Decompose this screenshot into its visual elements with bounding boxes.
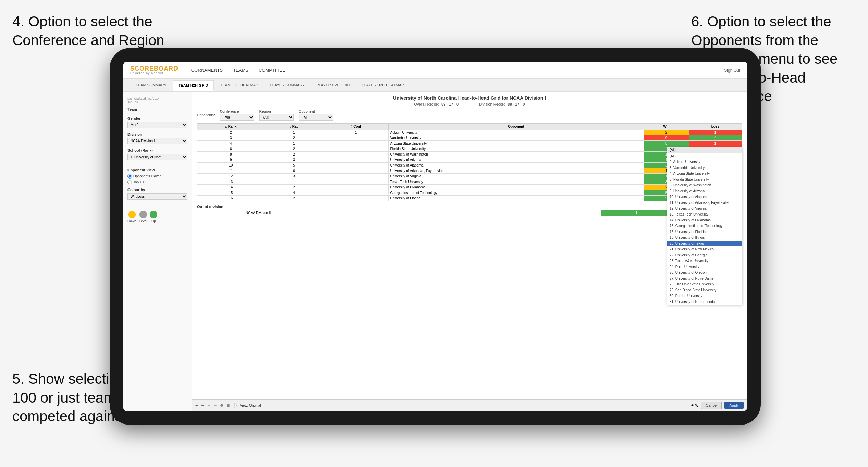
dropdown-item[interactable]: 2. Auburn University (667, 159, 742, 165)
tab-player-h2h-grid[interactable]: PLAYER H2H GRID (311, 80, 355, 90)
opponent-dropdown[interactable]: (All) (All)2. Auburn University3. Vander… (667, 147, 742, 305)
dropdown-item[interactable]: 24. Duke University (667, 264, 742, 270)
opponent-select[interactable]: (All) (299, 114, 333, 121)
tablet-screen: SCOREBOARD Powered by Recruit TOURNAMENT… (123, 62, 747, 411)
opponent-filter: Opponent (All) (299, 110, 333, 121)
apply-button[interactable]: Apply (724, 402, 744, 409)
dropdown-item[interactable]: 14. University of Oklahoma (667, 217, 742, 223)
legend-down-dot (128, 211, 136, 218)
conference-filter: Conference (All) (220, 110, 254, 121)
dropdown-item[interactable]: 28. The Ohio State University (667, 281, 742, 287)
division-label: Division (127, 132, 187, 136)
nav-links: TOURNAMENTS TEAMS COMMITTEE (188, 66, 285, 74)
dropdown-item[interactable]: 16. University of Florida (667, 229, 742, 235)
tab-bar: TEAM SUMMARY TEAM H2H GRID TEAM H2H HEAT… (123, 79, 747, 92)
logo: SCOREBOARD Powered by Recruit (130, 65, 178, 75)
table-row: 12 3 University of Virginia 1 0 (197, 174, 742, 179)
col-opponent: Opponent (388, 124, 644, 130)
grid-title: University of North Carolina Head-to-Hea… (197, 95, 742, 101)
nav-teams[interactable]: TEAMS (233, 66, 248, 74)
bottom-toolbar: ↩ ↪ ← → ⚙ ▦ 🕐 View: Original 👁 W Cancel … (192, 399, 747, 411)
nav-tournaments[interactable]: TOURNAMENTS (188, 66, 223, 74)
dropdown-item[interactable]: 6. Florida State University (667, 176, 742, 182)
school-label: School (Rank) (127, 148, 187, 152)
conference-select[interactable]: (All) (220, 114, 254, 121)
radio-opponents-played[interactable]: Opponents Played (127, 174, 187, 179)
view-label: View: Original (240, 404, 261, 407)
legend-level-label: Level (139, 219, 147, 223)
toolbar-back[interactable]: ← (207, 403, 211, 407)
table-row: 14 2 University of Oklahoma 2 2 (197, 185, 742, 190)
table-row: 3 2 Vanderbilt University 0 4 (197, 135, 742, 141)
tab-team-h2h-grid[interactable]: TEAM H2H GRID (173, 80, 214, 91)
toolbar-clock[interactable]: 🕐 (232, 403, 237, 408)
dropdown-item[interactable]: 8. University of Washington (667, 182, 742, 188)
colour-select[interactable]: Win/Loss (127, 193, 187, 200)
radio-top100[interactable]: Top 100 (127, 180, 187, 184)
opponent-view-label: Opponent View (127, 168, 187, 172)
tab-team-summary[interactable]: TEAM SUMMARY (130, 80, 172, 90)
col-loss: Loss (689, 124, 742, 130)
nav-bar: SCOREBOARD Powered by Recruit TOURNAMENT… (123, 62, 747, 79)
out-of-division-row: NCAA Division II 1 0 (197, 210, 742, 216)
dropdown-item[interactable]: 4. Arizona State University (667, 171, 742, 176)
dropdown-item[interactable]: 12. University of Virginia (667, 206, 742, 211)
dropdown-item[interactable]: 9. University of Arizona (667, 188, 742, 194)
table-row: 4 1 Arizona State University 5 1 (197, 141, 742, 146)
school-select[interactable]: 1. University of Nort... (127, 154, 187, 160)
dropdown-item[interactable]: 18. University of Illinois (667, 235, 742, 241)
division-select[interactable]: NCAA Division I (127, 138, 187, 144)
table-row: 15 4 Georgia Institute of Technology 5 1 (197, 190, 742, 196)
tab-player-h2h-heatmap[interactable]: PLAYER H2H HEATMAP (356, 80, 409, 90)
region-filter: Region (All) (259, 110, 294, 121)
dropdown-item[interactable]: 30. Purdue University (667, 293, 742, 299)
tablet-frame: SCOREBOARD Powered by Recruit TOURNAMENT… (110, 48, 761, 425)
filter-row: Opponents: Conference (All) Region (All) (197, 110, 742, 121)
legend-up-label: Up (151, 219, 156, 223)
dropdown-item[interactable]: 27. University of Notre Dame (667, 275, 742, 281)
toolbar-undo[interactable]: ↩ (195, 403, 198, 408)
dropdown-item[interactable]: 25. University of Oregon (667, 270, 742, 275)
col-rag: # Rag (265, 124, 323, 130)
legend-up-dot (150, 211, 157, 218)
dropdown-item[interactable]: (All) (667, 153, 742, 159)
team-label: Team (127, 107, 187, 111)
out-of-division: Out of division NCAA Division II 1 0 (197, 205, 742, 216)
dropdown-item[interactable]: 21. University of New Mexico (667, 246, 742, 252)
grid-records: Overall Record: 89 - 17 - 0 Division Rec… (197, 102, 742, 106)
col-rank: # Rank (197, 124, 265, 130)
main-content: Last Updated: 4/1/2014 16:55:38 Team Gen… (123, 92, 747, 411)
dropdown-item[interactable]: 13. Texas Tech University (667, 211, 742, 217)
colour-label: Colour by (127, 188, 187, 192)
toolbar-layout[interactable]: ▦ (226, 403, 230, 408)
table-row: 10 5 University of Alabama 3 0 (197, 163, 742, 168)
gender-select[interactable]: Men's (127, 122, 187, 128)
opponents-label: Opponents: (197, 113, 215, 117)
toolbar-settings[interactable]: ⚙ (220, 403, 223, 408)
dropdown-item[interactable]: 15. Georgia Institute of Technology (667, 223, 742, 229)
dropdown-item[interactable]: 11. University of Arkansas, Fayetteville (667, 200, 742, 206)
toolbar-redo[interactable]: ↪ (201, 403, 204, 408)
tab-player-summary[interactable]: PLAYER SUMMARY (264, 80, 310, 90)
gender-label: Gender (127, 116, 187, 120)
dropdown-item[interactable]: 3. Vanderbilt University (667, 165, 742, 171)
table-row: 2 1 1 Auburn University 2 1 (197, 130, 742, 135)
dropdown-item[interactable]: 10. University of Alabama (667, 194, 742, 200)
nav-sign-out[interactable]: Sign Out (724, 68, 740, 73)
toolbar-forward[interactable]: → (213, 403, 217, 407)
cancel-button[interactable]: Cancel (701, 402, 722, 409)
table-row: 6 2 Florida State University 4 2 (197, 146, 742, 152)
last-updated: Last Updated: 4/1/2014 16:55:38 (127, 97, 187, 104)
region-select[interactable]: (All) (259, 114, 294, 121)
out-of-division-table: NCAA Division II 1 0 (197, 210, 742, 216)
nav-committee[interactable]: COMMITTEE (259, 66, 285, 74)
dropdown-item[interactable]: 20. University of Texas (667, 241, 742, 246)
dropdown-item[interactable]: 31. University of North Florida (667, 299, 742, 305)
col-conf: # Conf (323, 124, 388, 130)
tab-team-h2h-heatmap[interactable]: TEAM H2H HEATMAP (215, 80, 264, 90)
legend-row: Down Level Up (127, 211, 187, 223)
dropdown-item[interactable]: 29. San Diego State University (667, 287, 742, 293)
dropdown-item[interactable]: 23. Texas A&M University (667, 258, 742, 264)
dropdown-item[interactable]: 22. University of Georgia (667, 252, 742, 258)
annotation-1: 4. Option to select the Conference and R… (12, 12, 184, 50)
